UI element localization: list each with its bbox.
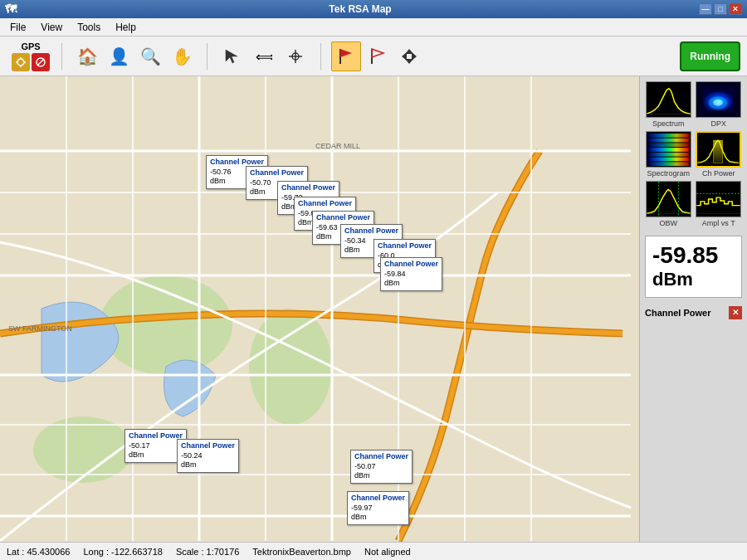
status-aligned: Not aligned <box>364 547 411 557</box>
chpower-label: Ch Power <box>702 169 735 178</box>
amplvst-thumbnail[interactable] <box>696 181 741 217</box>
minimize-button[interactable]: — <box>699 3 712 15</box>
menubar: File View Tools Help <box>0 18 747 37</box>
svg-marker-7 <box>226 50 237 63</box>
obw-thumbnail[interactable] <box>646 181 691 217</box>
toolbar-sep-3 <box>320 43 321 70</box>
park-area <box>100 275 232 375</box>
toolbar-sep-1 <box>61 43 62 70</box>
svg-line-6 <box>37 59 44 66</box>
road-label-cedar: CEDAR MILL <box>315 142 360 150</box>
titlebar-icon: 🗺 <box>5 2 17 16</box>
amplvst-thumb-container: Ampl vs T <box>696 181 743 227</box>
spectrogram-label: Spectrogram <box>647 169 690 178</box>
menu-tools[interactable]: Tools <box>71 20 107 35</box>
spectrogram-thumbnail[interactable] <box>646 131 691 168</box>
gps-settings-icon[interactable] <box>12 53 30 71</box>
park-area-3 <box>249 309 332 425</box>
menu-help[interactable]: Help <box>109 20 143 35</box>
highway <box>398 151 540 541</box>
status-lat: Lat : 45.430066 <box>7 547 70 557</box>
svg-rect-32 <box>648 158 689 162</box>
spectrum-thumbnail[interactable] <box>646 81 691 118</box>
svg-marker-13 <box>340 49 352 57</box>
svg-marker-15 <box>372 49 383 57</box>
amplvst-label: Ampl vs T <box>702 219 735 227</box>
thumbnail-grid: Spectrum <box>645 81 742 227</box>
svg-marker-18 <box>402 52 407 61</box>
flag-red-button[interactable] <box>331 41 361 71</box>
status-long: Long : -122.663718 <box>83 547 162 557</box>
person-button[interactable]: 👤 <box>104 41 134 71</box>
gps-widget: GPS <box>7 40 55 73</box>
dpx-label: DPX <box>710 119 726 128</box>
ch-marker-12[interactable]: Channel Power -59.97 dBm <box>347 491 409 525</box>
ch-marker-10[interactable]: Channel Power -50.24 dBm <box>177 439 239 473</box>
dpx-thumbnail[interactable] <box>696 81 741 118</box>
chpower-thumbnail[interactable] <box>696 131 741 168</box>
running-button[interactable]: Running <box>680 41 740 71</box>
flag-tools <box>328 41 427 71</box>
pan-button[interactable]: ✋ <box>167 41 197 71</box>
toolbar: GPS 🏠 👤 🔍 ✋ ⟺ <box>0 37 747 76</box>
ch-marker-11[interactable]: Channel Power -50.07 dBm <box>350 450 413 484</box>
spectrum-label: Spectrum <box>652 119 685 128</box>
toolbar-sep-2 <box>207 43 208 70</box>
menu-view[interactable]: View <box>34 20 69 35</box>
search-button[interactable]: 🔍 <box>135 41 165 71</box>
measurement-footer: Channel Power ✕ <box>645 306 742 319</box>
statusbar: Lat : 45.430066 Long : -122.663718 Scale… <box>0 542 747 560</box>
map-area[interactable]: CEDAR MILL SW FARMINGTON Google Channel … <box>0 76 639 542</box>
highway-outline <box>398 151 540 541</box>
svg-rect-30 <box>648 148 689 152</box>
svg-text:⟺: ⟺ <box>256 50 272 64</box>
spectrogram-thumb-container: Spectrogram <box>645 131 692 178</box>
map-svg: CEDAR MILL SW FARMINGTON Google <box>0 76 639 542</box>
right-panel: Spectrum <box>639 76 747 542</box>
svg-rect-35 <box>714 140 723 163</box>
titlebar: 🗺 Tek RSA Map — □ ✕ <box>0 0 747 18</box>
running-label: Running <box>690 51 730 62</box>
spectrum-thumb-container: Spectrum <box>645 81 692 128</box>
svg-rect-27 <box>648 134 689 138</box>
gps-stop-icon[interactable] <box>32 53 50 71</box>
measurement-label: Channel Power <box>645 308 710 318</box>
svg-rect-28 <box>648 139 689 143</box>
menu-file[interactable]: File <box>3 20 32 35</box>
window-controls: — □ ✕ <box>699 3 742 15</box>
flag-outline-button[interactable] <box>363 41 393 71</box>
measurement-box: -59.85 dBm <box>645 236 742 298</box>
obw-thumb-container: OBW <box>645 181 692 227</box>
dpx-thumb-container: DPX <box>696 81 743 128</box>
ch-marker-8[interactable]: Channel Power -59.84 dBm <box>380 257 442 291</box>
move-button[interactable]: ⟺ <box>249 41 279 71</box>
svg-rect-31 <box>648 153 689 157</box>
close-button[interactable]: ✕ <box>729 3 742 15</box>
svg-point-0 <box>17 59 24 66</box>
status-file: TektronixBeaverton.bmp <box>252 547 351 557</box>
status-scale: Scale : 1:70176 <box>176 547 239 557</box>
obw-label: OBW <box>660 219 678 227</box>
crosshair-button[interactable] <box>281 41 310 71</box>
measurement-value: -59.85 <box>652 243 735 269</box>
chpower-thumb-container: Ch Power <box>696 131 743 178</box>
gps-label: GPS <box>21 41 40 51</box>
road-label-sw: SW FARMINGTON <box>8 324 72 333</box>
svg-marker-19 <box>412 52 417 61</box>
measurement-close-button[interactable]: ✕ <box>729 306 742 319</box>
svg-rect-33 <box>648 162 689 166</box>
home-button[interactable]: 🏠 <box>72 41 102 71</box>
svg-point-25 <box>714 100 723 106</box>
measurement-unit: dBm <box>652 269 735 290</box>
map-tools: 🏠 👤 🔍 ✋ <box>69 41 200 71</box>
svg-rect-41 <box>697 182 741 217</box>
svg-rect-29 <box>648 143 689 147</box>
arrows-button[interactable] <box>394 41 424 71</box>
maximize-button[interactable]: □ <box>714 3 727 15</box>
titlebar-title: Tek RSA Map <box>329 3 391 15</box>
main-content: CEDAR MILL SW FARMINGTON Google Channel … <box>0 76 747 542</box>
nav-tools: ⟺ <box>214 41 314 71</box>
cursor-button[interactable] <box>217 41 247 71</box>
